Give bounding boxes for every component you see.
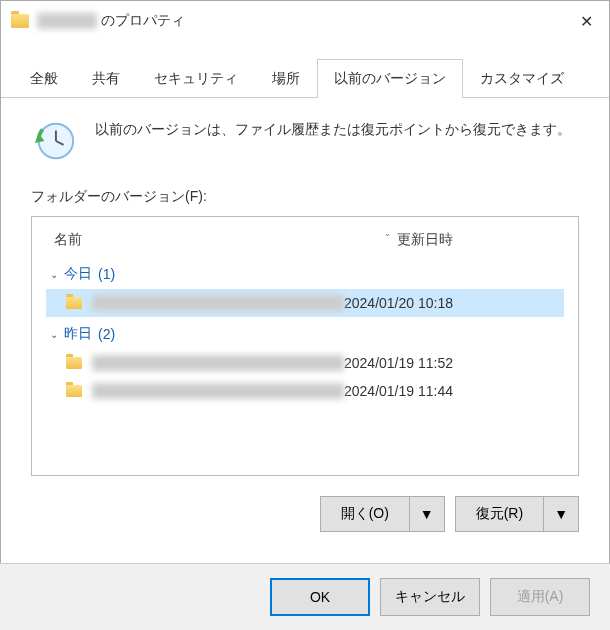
titlebar: ██████ のプロパティ ✕ — [1, 1, 609, 41]
tab-security[interactable]: セキュリティ — [137, 59, 255, 98]
version-row[interactable]: ███████ 2024/01/19 11:52 — [46, 349, 564, 377]
version-date: 2024/01/19 11:52 — [344, 355, 544, 371]
apply-button[interactable]: 適用(A) — [490, 578, 590, 616]
version-date: 2024/01/19 11:44 — [344, 383, 544, 399]
folder-icon — [66, 385, 82, 397]
intro-row: 以前のバージョンは、ファイル履歴または復元ポイントから復元できます。 — [31, 118, 579, 164]
tab-customize[interactable]: カスタマイズ — [463, 59, 581, 98]
sort-indicator-icon: ⌄ — [384, 229, 391, 238]
group-label: 今日 — [64, 265, 92, 283]
tab-content: 以前のバージョンは、ファイル履歴または復元ポイントから復元できます。 フォルダー… — [1, 98, 609, 544]
ok-button[interactable]: OK — [270, 578, 370, 616]
title-suffix: のプロパティ — [101, 12, 185, 30]
tab-general[interactable]: 全般 — [13, 59, 75, 98]
group-label: 昨日 — [64, 325, 92, 343]
restore-button[interactable]: 復元(R) — [455, 496, 544, 532]
window-title: ██████ のプロパティ — [37, 12, 563, 30]
intro-text: 以前のバージョンは、ファイル履歴または復元ポイントから復元できます。 — [95, 118, 571, 164]
column-name[interactable]: 名前 — [54, 231, 346, 249]
dialog-footer: OK キャンセル 適用(A) — [0, 563, 610, 630]
restore-split-button: 復元(R) ▼ — [455, 496, 579, 532]
version-row[interactable]: ███████ 2024/01/19 11:44 — [46, 377, 564, 405]
action-buttons: 開く(O) ▼ 復元(R) ▼ — [31, 496, 579, 532]
version-name-blurred: ███████ — [92, 295, 344, 311]
folder-icon — [66, 297, 82, 309]
version-name-blurred: ███████ — [92, 383, 344, 399]
close-button[interactable]: ✕ — [563, 1, 609, 41]
folder-icon — [11, 14, 29, 28]
tabs: 全般 共有 セキュリティ 場所 以前のバージョン カスタマイズ — [1, 41, 609, 98]
tab-location[interactable]: 場所 — [255, 59, 317, 98]
cancel-button[interactable]: キャンセル — [380, 578, 480, 616]
open-button[interactable]: 開く(O) — [320, 496, 410, 532]
open-dropdown-button[interactable]: ▼ — [410, 496, 445, 532]
group-count: (1) — [98, 266, 115, 282]
version-name-blurred: ███████ — [92, 355, 344, 371]
folder-icon — [66, 357, 82, 369]
restore-clock-icon — [31, 118, 77, 164]
version-row[interactable]: ███████ 2024/01/20 10:18 — [46, 289, 564, 317]
list-label: フォルダーのバージョン(F): — [31, 188, 579, 206]
tab-sharing[interactable]: 共有 — [75, 59, 137, 98]
group-yesterday[interactable]: ⌄ 昨日 (2) — [46, 317, 564, 349]
open-split-button: 開く(O) ▼ — [320, 496, 445, 532]
column-date[interactable]: ⌄ 更新日時 — [346, 231, 556, 249]
group-today[interactable]: ⌄ 今日 (1) — [46, 257, 564, 289]
folder-name-blurred: ██████ — [37, 13, 97, 29]
chevron-down-icon: ⌄ — [50, 269, 58, 280]
versions-listview[interactable]: 名前 ⌄ 更新日時 ⌄ 今日 (1) ███████ 2024/01/20 10… — [31, 216, 579, 476]
restore-dropdown-button[interactable]: ▼ — [544, 496, 579, 532]
chevron-down-icon: ⌄ — [50, 329, 58, 340]
version-date: 2024/01/20 10:18 — [344, 295, 544, 311]
group-count: (2) — [98, 326, 115, 342]
listview-header: 名前 ⌄ 更新日時 — [46, 227, 564, 257]
tab-previous-versions[interactable]: 以前のバージョン — [317, 59, 463, 98]
